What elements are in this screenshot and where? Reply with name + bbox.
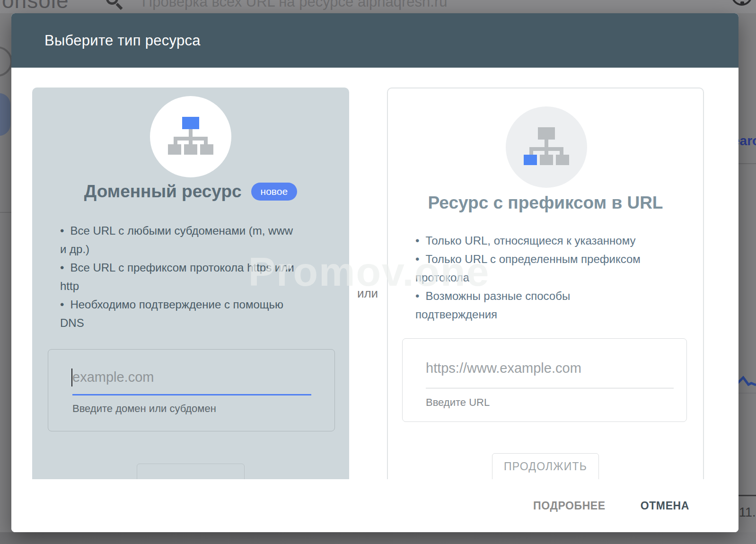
sidebar-selected-item-fragment <box>0 93 10 136</box>
bullet-text: Только URL, относящиеся к указанному <box>425 234 635 247</box>
bullet-text: Возможны разные способы подтверждения <box>415 290 570 321</box>
prefix-input-card: Введите URL <box>402 338 687 422</box>
or-divider-label: или <box>353 286 382 301</box>
bullet-dot: • <box>60 224 64 237</box>
bullet-item: •Необходимо подтверждение с помощью DNS <box>60 295 294 332</box>
property-type-dialog: Выберите тип ресурса <box>11 13 738 532</box>
search-placeholder-fragment: Проверка всех URL на ресурсе alphaqresh.… <box>142 0 448 10</box>
dialog-footer: ПОДРОБНЕЕ ОТМЕНА <box>11 479 738 532</box>
background-divider <box>737 393 756 394</box>
dialog-title: Выберите тип ресурса <box>44 32 201 49</box>
cancel-button[interactable]: ОТМЕНА <box>639 496 691 516</box>
background-top-bar: onsole Проверка всех URL на ресурсе alph… <box>0 0 756 13</box>
domain-input-helper: Введите домен или субдомен <box>72 403 216 415</box>
domain-icon-circle <box>150 96 231 177</box>
version-fragment: 11.2 <box>739 505 756 520</box>
background-bottom-band <box>0 532 756 544</box>
sitemap-domain-icon <box>168 117 213 157</box>
domain-card-title: Доменный ресурс <box>84 182 242 202</box>
bullet-text: Только URL с определенным префиксом прот… <box>415 253 641 284</box>
bullet-item: •Возможны разные способы подтверждения <box>415 287 650 324</box>
bullet-text: Все URL с префиксом протокола https или … <box>60 261 294 292</box>
bullet-text: Все URL с любыми субдоменами (m, www и д… <box>60 224 293 255</box>
avatar-circle-fragment <box>0 46 12 77</box>
prefix-icon-circle <box>506 106 587 188</box>
sidebar-divider-fragment <box>0 212 11 213</box>
input-focus-underline <box>72 394 311 395</box>
bullet-text: Необходимо подтверждение с помощью DNS <box>60 298 283 329</box>
sitemap-prefix-icon <box>524 127 569 167</box>
dialog-header: Выберите тип ресурса <box>11 13 738 68</box>
prefix-continue-button[interactable]: ПРОДОЛЖИТЬ <box>492 453 599 479</box>
domain-input-card: Введите домен или субдомен <box>48 349 335 431</box>
page: onsole Проверка всех URL на ресурсе alph… <box>0 0 756 544</box>
input-underline <box>426 388 674 388</box>
bullet-item: •Все URL с любыми субдоменами (m, www и … <box>60 221 294 258</box>
url-prefix-property-card: Ресурс с префиксом в URL •Только URL, от… <box>387 88 704 479</box>
learn-more-button[interactable]: ПОДРОБНЕЕ <box>531 496 607 516</box>
url-prefix-input[interactable] <box>426 360 653 376</box>
help-icon-dot <box>740 1 744 5</box>
bullet-dot: • <box>415 290 419 302</box>
bullet-dot: • <box>60 298 64 311</box>
bullet-dot: • <box>415 253 419 265</box>
domain-card-title-row: Доменный ресурс новое <box>32 181 349 202</box>
search-icon-handle <box>116 3 123 10</box>
prefix-bullet-list: •Только URL, относящиеся к указанному •Т… <box>415 231 650 324</box>
prefix-input-helper: Введите URL <box>426 396 490 409</box>
domain-continue-button[interactable]: ПРОДОЛЖИТЬ <box>137 464 245 479</box>
bullet-item: •Только URL, относящиеся к указанному <box>415 231 650 250</box>
console-logo-fragment: onsole <box>2 0 69 13</box>
bullet-item: •Только URL с определенным префиксом про… <box>415 250 650 287</box>
domain-bullet-list: •Все URL с любыми субдоменами (m, www и … <box>60 221 294 332</box>
dialog-body: Доменный ресурс новое •Все URL с любыми … <box>11 68 738 479</box>
bullet-dot: • <box>60 261 64 274</box>
bullet-dot: • <box>415 234 419 247</box>
background-divider <box>737 163 756 164</box>
domain-property-card: Доменный ресурс новое •Все URL с любыми … <box>32 88 349 479</box>
prefix-card-title: Ресурс с префиксом в URL <box>388 193 703 213</box>
bullet-item: •Все URL с префиксом протокола https или… <box>60 258 294 295</box>
new-badge: новое <box>251 183 298 201</box>
domain-input[interactable] <box>72 369 299 385</box>
